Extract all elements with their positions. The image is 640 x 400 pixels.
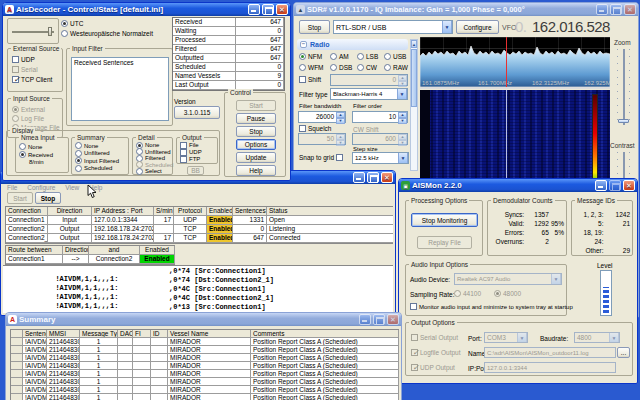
row-selector[interactable]: [11, 378, 23, 386]
chevron-down-icon[interactable]: ▼: [517, 332, 527, 343]
chevron-down-icon[interactable]: ▼: [442, 20, 452, 34]
start-button[interactable]: Start: [236, 100, 276, 111]
shift-spinner[interactable]: 0▲▼: [330, 74, 408, 86]
minimize-button[interactable]: [353, 172, 365, 183]
radio-icon[interactable]: [494, 290, 501, 297]
nmea-received-radio[interactable]: Received: [19, 151, 53, 158]
summary-row[interactable]: !AIVDM211464830 1 MIRADORPosition Report…: [11, 370, 398, 378]
menu-configure[interactable]: Configure: [27, 184, 55, 191]
maximize-button[interactable]: [373, 314, 385, 325]
minimize-button[interactable]: [359, 314, 371, 325]
audio-device-select[interactable]: Realtek AC97 Audio▼: [454, 273, 562, 285]
radio-icon[interactable]: [75, 150, 82, 157]
stop-button[interactable]: Stop: [236, 126, 276, 137]
mode-lsb[interactable]: LSB: [357, 53, 378, 60]
summary-scheduled-radio[interactable]: Scheduled: [75, 165, 112, 172]
nmea-log[interactable]: !AIVDM,1,1,,,1:,0*74 [Src:Connection1] !…: [3, 265, 393, 313]
collapse-icon[interactable]: −: [300, 41, 307, 48]
replay-file-button[interactable]: Replay File: [417, 236, 472, 249]
udp-checkbox[interactable]: UDP: [12, 56, 35, 63]
fft-spectrum[interactable]: 161.0875MHz 161.700MHz 162.3125MHz 162.9…: [420, 37, 610, 87]
stop-button[interactable]: Stop: [35, 192, 61, 204]
output-file-checkbox[interactable]: File: [180, 142, 199, 149]
radio-icon[interactable]: [19, 143, 26, 150]
sdr-stop-button[interactable]: Stop: [299, 20, 330, 34]
radio-icon[interactable]: [75, 165, 82, 172]
row-selector[interactable]: [11, 338, 23, 346]
minimize-button[interactable]: [596, 4, 608, 15]
serial-output-checkbox[interactable]: Serial Output: [411, 334, 458, 341]
summary-row[interactable]: !AIVDM211464830 1 MIRADORPosition Report…: [11, 354, 398, 362]
mode-usb[interactable]: USB: [384, 53, 406, 60]
checkbox-icon[interactable]: [180, 149, 187, 156]
configure-button[interactable]: Configure: [456, 20, 499, 34]
radio-icon[interactable]: [454, 290, 461, 297]
chevron-down-icon[interactable]: ▼: [397, 88, 407, 100]
logfile-name-field[interactable]: C:\sdr\AISMon\AISMon_outdoor11.log: [484, 347, 616, 358]
summary-row[interactable]: !AIVDM211464830 1 MIRADORPosition Report…: [11, 362, 398, 370]
device-select[interactable]: RTL-SDR / USB▼: [333, 20, 453, 34]
summary-row[interactable]: !AIVDM211464830 1 MIRADORPosition Report…: [11, 338, 398, 346]
chevron-down-icon[interactable]: ▼: [609, 332, 619, 343]
summary-none-radio[interactable]: None: [75, 142, 98, 149]
filter-bandwidth-spinner[interactable]: 26000▲▼: [298, 111, 346, 123]
chevron-down-icon[interactable]: ▼: [551, 273, 561, 285]
filter-order-spinner[interactable]: 10▲▼: [352, 111, 408, 123]
tuning-line[interactable]: [506, 37, 507, 87]
sdrsharp-titlebar[interactable]: ▲ SDR# v1.0.0.1170 - IQ Imbalance: Gain …: [294, 3, 638, 16]
external-radio[interactable]: External: [12, 106, 45, 113]
checkbox-icon[interactable]: [410, 303, 417, 310]
maximize-button[interactable]: [609, 180, 621, 191]
slider-handle[interactable]: [48, 27, 52, 36]
mode-wfm[interactable]: WFM: [299, 64, 324, 71]
logfile-output-checkbox[interactable]: Logfile Output: [411, 349, 460, 356]
maximize-button[interactable]: [610, 4, 622, 15]
output-udp-checkbox[interactable]: UDP: [180, 149, 202, 156]
summary-row[interactable]: !AIVDM211464830 1 MIRADORPosition Report…: [11, 386, 398, 394]
list-item[interactable]: Received Sentences: [74, 59, 134, 66]
close-button[interactable]: [381, 172, 393, 183]
minimize-button[interactable]: [595, 180, 607, 191]
radio-icon[interactable]: [384, 53, 391, 60]
checkbox-icon[interactable]: [299, 125, 306, 132]
rate-44100-radio[interactable]: 44100: [454, 290, 481, 297]
checkbox-icon[interactable]: [180, 156, 187, 163]
mode-raw[interactable]: RAW: [384, 64, 408, 71]
row-selector[interactable]: [11, 354, 23, 362]
bb-button[interactable]: BB: [187, 166, 204, 175]
summary-input-filtered-radio[interactable]: Input Filtered: [75, 157, 119, 164]
summary-titlebar[interactable]: A Summary: [6, 313, 401, 326]
radio-icon[interactable]: [357, 53, 364, 60]
panel-scrollbar[interactable]: ▲: [410, 39, 418, 171]
help-button[interactable]: Help: [236, 165, 276, 176]
radio-icon[interactable]: [61, 30, 68, 37]
radio-icon[interactable]: [384, 64, 391, 71]
squelch-checkbox[interactable]: Squelch: [299, 125, 332, 132]
radio-icon[interactable]: [330, 53, 337, 60]
browse-button[interactable]: ...: [617, 347, 630, 358]
snap-to-grid-checkbox[interactable]: Snap to grid: [299, 154, 343, 161]
row-selector[interactable]: [11, 386, 23, 394]
udp-output-checkbox[interactable]: UDP Output: [411, 364, 455, 371]
checkbox-icon[interactable]: [411, 349, 418, 356]
spectrum-divider[interactable]: [420, 87, 610, 89]
radio-icon[interactable]: [75, 142, 82, 149]
maximize-button[interactable]: [367, 172, 379, 183]
control-stats-titlebar[interactable]: A AisDecoder - Control/Stats [default.in…: [3, 3, 290, 16]
input-filter-list[interactable]: Received Sentences: [71, 57, 169, 121]
rate-48000-radio[interactable]: 48000: [494, 290, 521, 297]
mode-am[interactable]: AM: [330, 53, 349, 60]
monitor-checkbox[interactable]: Monitor audio input and minimize to syst…: [410, 303, 573, 310]
stop-monitoring-button[interactable]: Stop Monitoring: [411, 213, 478, 227]
checkbox-icon[interactable]: [411, 334, 418, 341]
detail-select-radio[interactable]: Select: [136, 168, 162, 175]
checkbox-icon[interactable]: [12, 66, 19, 73]
row-selector[interactable]: [11, 370, 23, 378]
minimize-button[interactable]: [248, 4, 260, 15]
scrollbar-thumb[interactable]: [411, 49, 417, 107]
checkbox-icon[interactable]: [180, 142, 187, 149]
baudrate-select[interactable]: 4800▼: [574, 332, 620, 343]
summary-row[interactable]: !AIVDM211464830 1 MIRADORPosition Report…: [11, 378, 398, 386]
menu-view[interactable]: View: [65, 184, 79, 191]
maximize-button[interactable]: [262, 4, 274, 15]
